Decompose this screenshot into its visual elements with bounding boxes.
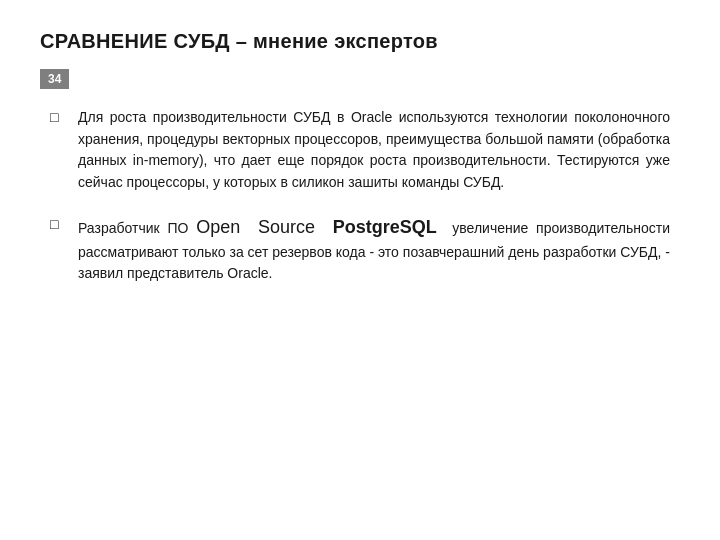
list-item: □ Разработчик ПО Open Source PostgreSQL … [50, 214, 670, 285]
open-source-label: Open Source [196, 217, 315, 237]
postgresql-label: PostgreSQL [315, 217, 437, 237]
bullet-marker-2: □ [50, 216, 70, 232]
bullet2-part1: Разработчик ПО [78, 220, 196, 236]
bullet1-content: Для роста производительности СУБД в Orac… [78, 109, 670, 190]
bullet-text-1: Для роста производительности СУБД в Orac… [78, 107, 670, 194]
list-item: □ Для роста производительности СУБД в Or… [50, 107, 670, 194]
bullet-text-2: Разработчик ПО Open Source PostgreSQL ув… [78, 214, 670, 285]
slide-page: СРАВНЕНИЕ СУБД – мнение экспертов 34 □ Д… [0, 0, 720, 540]
slide-title: СРАВНЕНИЕ СУБД – мнение экспертов [40, 30, 680, 53]
bullet-marker-1: □ [50, 109, 70, 125]
slide-number: 34 [40, 69, 69, 89]
content-area: □ Для роста производительности СУБД в Or… [40, 107, 680, 285]
